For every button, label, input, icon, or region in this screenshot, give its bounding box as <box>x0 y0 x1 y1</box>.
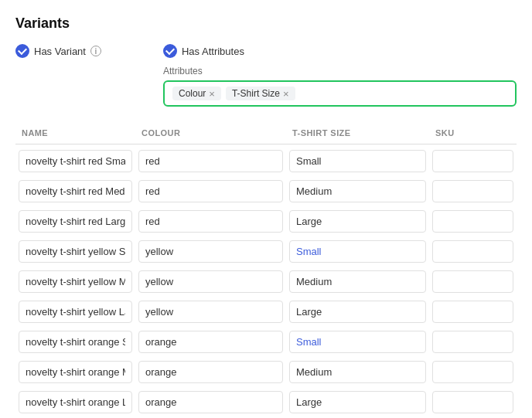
input-sku-7[interactable] <box>432 361 513 383</box>
cell-sku-0 <box>429 148 517 175</box>
header-colour: COLOUR <box>135 125 286 141</box>
attr-tag-colour: Colour × <box>172 87 221 100</box>
input-size-6[interactable] <box>289 331 426 353</box>
cell-name-5 <box>15 298 135 325</box>
has-attributes-row: Has Attributes <box>163 44 517 58</box>
header-name: NAME <box>15 125 135 141</box>
cell-colour-3 <box>135 238 286 265</box>
input-sku-2[interactable] <box>432 210 513 233</box>
cell-size-7 <box>286 359 429 386</box>
cell-name-1 <box>15 178 135 205</box>
cell-name-6 <box>15 328 135 355</box>
cell-colour-0 <box>135 148 286 175</box>
input-colour-7[interactable] <box>138 361 283 383</box>
input-name-6[interactable] <box>19 331 132 353</box>
cell-sku-2 <box>429 208 517 235</box>
input-colour-6[interactable] <box>138 331 283 353</box>
input-size-8[interactable] <box>289 391 426 413</box>
attr-colour-label: Colour <box>179 88 206 99</box>
has-variant-checkbox[interactable] <box>15 44 29 58</box>
cell-sku-1 <box>429 178 517 205</box>
cell-name-8 <box>15 389 135 416</box>
page-title: Variants <box>15 15 517 32</box>
has-variant-section: Has Variant i <box>15 44 101 66</box>
input-name-5[interactable] <box>19 301 132 323</box>
input-size-5[interactable] <box>289 301 426 323</box>
cell-size-1 <box>286 178 429 205</box>
input-sku-8[interactable] <box>432 391 513 413</box>
cell-name-7 <box>15 359 135 386</box>
input-sku-6[interactable] <box>432 331 513 353</box>
table-row <box>15 148 517 175</box>
cell-sku-4 <box>429 268 517 295</box>
cell-colour-1 <box>135 178 286 205</box>
has-variant-label: Has Variant <box>34 46 86 57</box>
input-size-0[interactable] <box>289 150 426 172</box>
attr-tag-tshirt-size: T-Shirt Size × <box>226 87 295 100</box>
table-header: NAME COLOUR T-SHIRT SIZE SKU <box>15 122 517 144</box>
cell-size-3 <box>286 238 429 265</box>
input-sku-3[interactable] <box>432 240 513 263</box>
top-section: Has Variant i Has Attributes Attributes … <box>15 44 517 107</box>
input-sku-4[interactable] <box>432 270 513 293</box>
attr-tshirt-size-remove[interactable]: × <box>283 89 289 99</box>
input-size-4[interactable] <box>289 270 426 293</box>
attributes-box: Colour × T-Shirt Size × <box>163 80 517 107</box>
input-name-7[interactable] <box>19 361 132 383</box>
attr-colour-remove[interactable]: × <box>209 89 215 99</box>
info-icon[interactable]: i <box>90 46 101 56</box>
cell-sku-6 <box>429 328 517 355</box>
cell-size-6 <box>286 328 429 355</box>
cell-name-0 <box>15 148 135 175</box>
cell-name-4 <box>15 268 135 295</box>
cell-colour-7 <box>135 359 286 386</box>
table-row <box>15 389 517 416</box>
table-row <box>15 298 517 325</box>
has-variant-row: Has Variant i <box>15 44 101 58</box>
input-size-7[interactable] <box>289 361 426 383</box>
table-row <box>15 238 517 265</box>
cell-sku-3 <box>429 238 517 265</box>
cell-size-0 <box>286 148 429 175</box>
input-size-2[interactable] <box>289 210 426 233</box>
has-attributes-section: Has Attributes Attributes Colour × T-Shi… <box>163 44 517 107</box>
table-row <box>15 268 517 295</box>
input-sku-1[interactable] <box>432 180 513 202</box>
cell-name-3 <box>15 238 135 265</box>
input-name-4[interactable] <box>19 270 132 293</box>
input-name-3[interactable] <box>19 240 132 263</box>
input-colour-8[interactable] <box>138 391 283 413</box>
cell-sku-8 <box>429 389 517 416</box>
has-attributes-checkbox[interactable] <box>163 44 177 58</box>
cell-name-2 <box>15 208 135 235</box>
input-sku-0[interactable] <box>432 150 513 172</box>
input-size-3[interactable] <box>289 240 426 263</box>
cell-size-5 <box>286 298 429 325</box>
cell-sku-5 <box>429 298 517 325</box>
input-colour-2[interactable] <box>138 210 283 233</box>
input-name-2[interactable] <box>19 210 132 233</box>
input-colour-3[interactable] <box>138 240 283 263</box>
input-colour-0[interactable] <box>138 150 283 172</box>
input-sku-5[interactable] <box>432 301 513 323</box>
input-name-8[interactable] <box>19 391 132 413</box>
input-colour-5[interactable] <box>138 301 283 323</box>
table-row <box>15 328 517 355</box>
header-sku: SKU <box>429 125 517 141</box>
variants-table: NAME COLOUR T-SHIRT SIZE SKU <box>15 122 517 416</box>
input-colour-4[interactable] <box>138 270 283 293</box>
input-name-0[interactable] <box>19 150 132 172</box>
table-row <box>15 208 517 235</box>
cell-colour-5 <box>135 298 286 325</box>
cell-size-4 <box>286 268 429 295</box>
input-name-1[interactable] <box>19 180 132 202</box>
table-row <box>15 178 517 205</box>
cell-colour-8 <box>135 389 286 416</box>
input-colour-1[interactable] <box>138 180 283 202</box>
table-body <box>15 148 517 416</box>
cell-colour-2 <box>135 208 286 235</box>
attributes-label: Attributes <box>163 66 517 76</box>
has-attributes-label: Has Attributes <box>182 46 244 57</box>
cell-sku-7 <box>429 359 517 386</box>
input-size-1[interactable] <box>289 180 426 202</box>
